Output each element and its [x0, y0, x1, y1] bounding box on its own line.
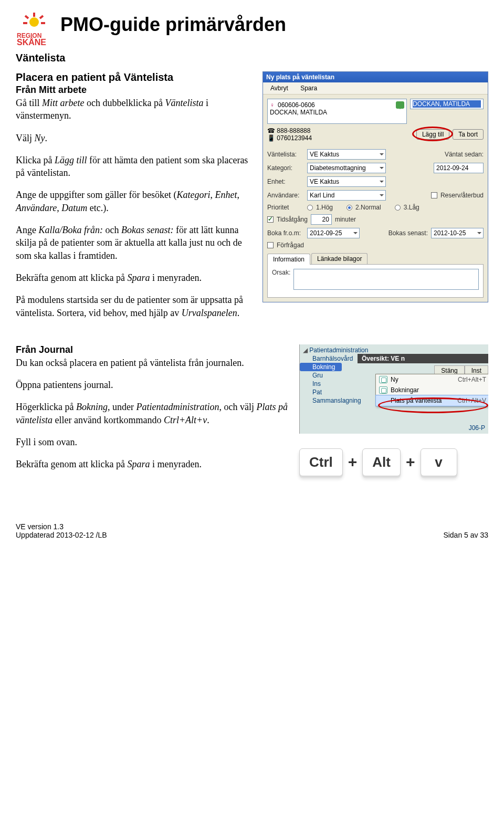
page-title: PMO-guide primärvården: [60, 14, 286, 36]
footer-right: Sidan 5 av 33: [443, 531, 488, 539]
logo: REGION SKÅNE: [16, 11, 60, 50]
menu-avbryt[interactable]: Avbryt: [265, 83, 293, 93]
code-label: J06-P: [469, 424, 485, 432]
label-kategori: Kategori:: [267, 164, 304, 172]
label-forfragad: Förfrågad: [277, 242, 304, 249]
label-enhet: Enhet:: [267, 178, 304, 185]
field-boka-from[interactable]: 2012-09-25: [307, 228, 360, 238]
paragraph: Bekräfta genom att klicka på Spara i men…: [16, 458, 289, 470]
radio-prio-3[interactable]: [395, 205, 401, 211]
select-vantelista[interactable]: VE Kaktus: [307, 149, 386, 160]
dialog-menubar: Avbryt Spara: [263, 82, 488, 95]
tab-lankade-bilagor[interactable]: Länkade bilagor: [311, 253, 368, 264]
journal-heading: Från Journal: [16, 344, 289, 355]
calendar-icon: [379, 386, 387, 394]
section-heading: Väntelista: [16, 52, 488, 64]
calendar-icon: [379, 376, 387, 383]
svg-point-0: [29, 17, 39, 27]
paragraph: Bekräfta genom att klicka på Spara i men…: [16, 271, 252, 284]
key-alt: Alt: [362, 448, 401, 476]
ta-bort-button[interactable]: Ta bort: [453, 129, 484, 140]
intro-heading: Placera en patient på Väntelista: [16, 71, 252, 83]
key-ctrl: Ctrl: [299, 448, 343, 476]
menu-item-ny[interactable]: Ny Ctrl+Alt+T: [376, 374, 488, 385]
gender-icon: ♀: [270, 101, 275, 109]
sidebar-bokning[interactable]: Bokning: [300, 363, 342, 371]
select-anvandare[interactable]: Karl Lind: [307, 190, 386, 201]
keyboard-shortcut: Ctrl + Alt + v: [299, 448, 488, 476]
paragraph: På modulens startsida ser du de patiente…: [16, 293, 252, 319]
radio-prio-2[interactable]: [346, 205, 352, 211]
patient-name: DOCKAN, MATILDA: [270, 109, 404, 116]
label-orsak: Orsak:: [272, 269, 290, 276]
context-menu: Ny Ctrl+Alt+T Bokningar Plats på vänteli…: [375, 374, 488, 406]
dialog-ny-plats: Ny plats på väntelistan Avbryt Spara ♀ 0…: [262, 71, 488, 302]
label-reserv: Reserv/återbud: [440, 192, 484, 199]
label-vantat: Väntat sedan:: [445, 151, 484, 158]
label-tidsatgang: Tidsåtgång: [277, 216, 308, 223]
speech-icon: [396, 101, 404, 109]
label-bokas-senast: Bokas senast:: [388, 229, 428, 237]
paragraph: Högerklicka på Bokning, under Patientadm…: [16, 401, 289, 426]
menu-spara[interactable]: Spara: [295, 83, 322, 93]
svg-text:SKÅNE: SKÅNE: [17, 37, 46, 47]
menu-item-plats[interactable]: Plats på väntelista Ctrl+Alt+V: [376, 395, 488, 406]
patient-id: 060606-0606: [278, 101, 315, 109]
context-screenshot: ◢ Patientadministration Översikt: VE n B…: [299, 344, 488, 434]
select-kategori[interactable]: Diabetesmottagning: [307, 163, 386, 173]
label-anvandare: Användare:: [267, 192, 304, 199]
field-bokas-senast[interactable]: 2012-10-25: [431, 228, 484, 238]
list-name[interactable]: DOCKAN, MATILDA: [413, 100, 481, 108]
paragraph: Fyll i som ovan.: [16, 436, 289, 448]
intro-subheading: Från Mitt arbete: [16, 85, 252, 96]
checkbox-reserv[interactable]: [431, 192, 437, 198]
checkbox-tidsatgang[interactable]: [267, 216, 274, 223]
key-v: v: [421, 448, 457, 476]
lagg-till-button[interactable]: Lägg till: [416, 129, 449, 140]
field-vantat-sedan[interactable]: 2012-09-24: [434, 163, 484, 173]
overlay-title: Översikt: VE n: [358, 354, 488, 363]
paragraph: Öppna patientens journal.: [16, 379, 289, 391]
sidebar-patientadmin[interactable]: Patientadministration: [309, 347, 368, 354]
tab-information[interactable]: Information: [267, 254, 310, 265]
label-boka-from: Boka fr.o.m:: [267, 229, 304, 237]
textarea-orsak[interactable]: [293, 269, 479, 290]
paragraph: Ange Kalla/Boka från: och Bokas senast: …: [16, 224, 252, 262]
paragraph: Gå till Mitt arbete och dubbelklicka på …: [16, 97, 252, 122]
phone-1: 888-888888: [277, 127, 310, 134]
label-vantelista: Väntelista:: [267, 151, 304, 158]
svg-line-2: [25, 16, 28, 18]
select-enhet[interactable]: VE Kaktus: [307, 176, 386, 187]
paragraph: Välj Ny.: [16, 132, 252, 144]
radio-prio-1[interactable]: [307, 205, 313, 211]
paragraph: Du kan också placera en patient på vänte…: [16, 356, 289, 369]
label-prioritet: Prioritet: [267, 204, 304, 211]
footer-left: VE version 1.3 Uppdaterad 2013-02-12 /LB: [16, 522, 107, 539]
paragraph: Klicka på Lägg till för att hämta den pa…: [16, 154, 252, 180]
dialog-title: Ny plats på väntelistan: [263, 72, 488, 82]
field-minuter[interactable]: 20: [311, 214, 332, 225]
checkbox-forfragad[interactable]: [267, 242, 274, 248]
phone-2: 0760123944: [277, 134, 312, 142]
svg-line-3: [40, 16, 43, 18]
menu-item-bokningar[interactable]: Bokningar: [376, 385, 488, 395]
paragraph: Ange de uppgifter som gäller för besöket…: [16, 188, 252, 214]
